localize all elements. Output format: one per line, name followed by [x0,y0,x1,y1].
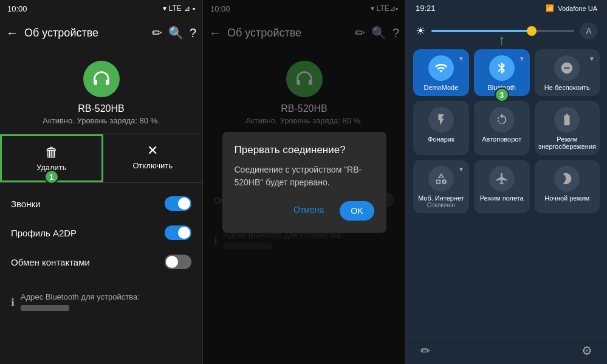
info-icon-1: ℹ [11,297,15,308]
qs-time: 19:21 [416,4,436,13]
setting-a2dp-1: Профиль A2DP [0,218,202,247]
dnd-chevron: ▼ [589,55,595,62]
disconnect-label-1: Отключить [132,161,173,170]
auto-brightness-icon: A [586,26,591,36]
mobile-chevron: ▼ [458,166,464,173]
setting-calls-1: Звонки [0,189,202,218]
bt-address-1: ℹ Адрес Bluetooth для устройства: [0,286,202,318]
brightness-thumb [527,26,537,36]
cancel-button[interactable]: Отмена [287,201,330,221]
step1-badge: 1 [44,170,59,184]
mobile-sublabel: Отключен [427,202,455,208]
device-avatar-1 [83,61,120,97]
setting-contacts-1: Обмен контактами [0,247,202,276]
tile-bluetooth[interactable]: Bluetooth ▼ ↑ 3 [474,49,530,96]
status-bar-1: 10:00 ▾ LTE ⊿ ▪ [0,0,202,17]
dialog-title: Прервать соединение? [235,144,374,156]
panel-device-info-1: 10:00 ▾ LTE ⊿ ▪ ← Об устройстве ✏ 🔍 ? RB… [0,0,202,364]
battery-label: Режим энергосбережения [538,136,596,150]
disconnect-button-1[interactable]: ✕ Отключить [103,134,203,182]
tile-mobile[interactable]: Моб. Интернет Отключен ▼ [413,160,469,213]
search-icon-1[interactable]: 🔍 [168,26,183,40]
night-label: Ночной режим [544,194,589,202]
vodafone-icon: 📶 [546,4,554,12]
setting-calls-label-1: Звонки [11,199,40,209]
airplane-icon [489,166,515,191]
status-time-1: 10:00 [7,4,27,13]
qs-carrier: Vodafone UA [558,5,597,12]
bt-address-text-1: Адрес Bluetooth для устройства: [21,292,140,312]
autorotate-label: Автоповорот [482,136,521,143]
dnd-label: Не беспокоить [544,84,590,91]
battery-icon [554,107,580,132]
bluetooth-chevron: ▼ [519,55,525,62]
help-icon-1[interactable]: ? [190,26,196,40]
ok-button[interactable]: OK [340,201,374,221]
top-bar-1: ← Об устройстве ✏ 🔍 ? [0,17,202,49]
brightness-icon: ☀ [416,24,425,38]
step3-badge: 3 [495,88,509,102]
page-title-1: Об устройстве [24,27,146,39]
status-icons-1: ▾ LTE ⊿ ▪ [163,4,195,13]
toggle-thumb [166,256,178,268]
arrow-up-annotation: ↑ [498,32,505,48]
night-icon [554,166,580,191]
back-icon-1[interactable]: ← [6,26,18,40]
tile-autorotate[interactable]: Автоповорот [474,101,530,155]
tile-flashlight[interactable]: Фонарик [413,101,469,155]
demomode-label: DemoMode [424,84,458,91]
tile-dnd[interactable]: Не беспокоить ▼ [535,49,600,96]
edit-icon-1[interactable]: ✏ [152,26,162,40]
tile-airplane[interactable]: Режим полета [474,160,530,213]
setting-calls-toggle-1[interactable] [165,196,191,211]
headphones-icon-1 [91,69,112,89]
settings-list-1: Звонки Профиль A2DP Обмен контактами [0,183,202,283]
brightness-auto-btn[interactable]: A [580,22,597,39]
qs-bottom-bar: ✏ ⚙ [406,337,607,364]
panel-quick-settings: 19:21 📶 Vodafone UA ☀ A DemoMode ▼ [405,0,607,364]
autorotate-icon [489,107,515,132]
airplane-label: Режим полета [480,194,524,202]
setting-contacts-toggle-1[interactable] [165,255,191,269]
setting-contacts-label-1: Обмен контактами [11,257,90,267]
flashlight-icon [428,107,454,132]
dialog-overlay: Прервать соединение? Соединение с устрой… [203,0,405,364]
mobile-icon [428,166,454,191]
bluetooth-icon [489,55,515,81]
panel-device-info-2: 10:00 ▾ LTE⊿▪ ← Об устройстве ✏ 🔍 ? RB-5… [202,0,405,364]
disconnect-icon-1: ✕ [147,143,158,159]
demomode-icon [428,55,454,81]
tile-demomode[interactable]: DemoMode ▼ [413,49,469,96]
toggle-thumb [178,197,190,210]
mobile-label: Моб. Интернет [418,194,464,202]
settings-icon[interactable]: ⚙ [581,343,592,358]
bt-address-value-1 [21,305,69,311]
dnd-icon [554,55,580,81]
edit-qs-icon[interactable]: ✏ [420,343,431,358]
delete-icon-1: 🗑 [45,145,58,160]
delete-button-1[interactable]: 🗑 Удалить 1 [0,134,103,182]
device-info-1: RB-520HB Активно. Уровень заряда: 80 %. [0,49,202,134]
action-buttons-1: 🗑 Удалить 1 ✕ Отключить [0,134,202,183]
quick-settings-grid: DemoMode ▼ Bluetooth ▼ ↑ 3 Не беспокоить… [406,46,607,217]
device-status-1: Активно. Уровень заряда: 80 %. [43,116,160,125]
dialog-actions: Отмена OK [235,201,374,221]
dialog-message: Соединение с устройством "RB-520HB" буде… [235,163,374,189]
demomode-chevron: ▼ [458,55,464,62]
brightness-control: ☀ A [406,16,607,46]
tile-night[interactable]: Ночной режим [535,160,600,213]
bt-address-label-1: Адрес Bluetooth для устройства: [21,292,140,301]
setting-a2dp-toggle-1[interactable] [165,225,191,240]
device-name-1: RB-520HB [78,103,124,114]
tile-battery[interactable]: Режим энергосбережения [535,101,600,155]
brightness-fill [431,30,532,32]
setting-a2dp-label-1: Профиль A2DP [11,228,77,238]
flashlight-label: Фонарик [428,136,454,143]
qs-status-bar: 19:21 📶 Vodafone UA [406,0,607,16]
disconnect-dialog: Прервать соединение? Соединение с устрой… [222,132,386,233]
toggle-thumb [178,227,190,239]
